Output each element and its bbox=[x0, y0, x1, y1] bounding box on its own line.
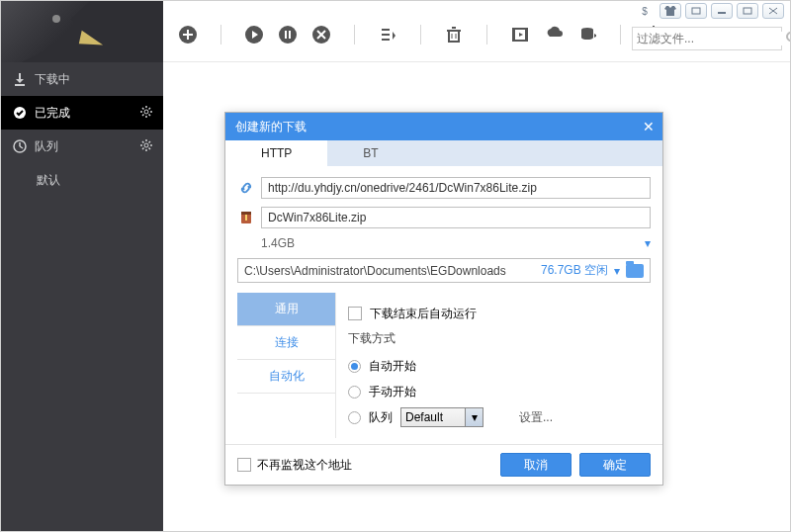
svg-line-53 bbox=[149, 114, 151, 116]
pause-icon[interactable] bbox=[277, 24, 299, 45]
svg-line-55 bbox=[149, 108, 151, 110]
svg-rect-70 bbox=[245, 215, 247, 221]
filter-box[interactable] bbox=[632, 27, 782, 50]
priority-icon[interactable] bbox=[377, 24, 398, 45]
svg-point-47 bbox=[144, 110, 148, 114]
sidebar-item-label: 下载中 bbox=[35, 71, 70, 88]
tab-bt[interactable]: BT bbox=[327, 140, 413, 166]
dialog-title-bar[interactable]: 创建新的下载 ✕ bbox=[225, 113, 662, 140]
queue-select-value: Default bbox=[405, 410, 443, 424]
cloud-download-icon[interactable] bbox=[543, 24, 565, 45]
play-icon[interactable] bbox=[243, 24, 265, 45]
sidebar-item-label: 默认 bbox=[37, 172, 60, 189]
window-controls: $ bbox=[628, 1, 790, 21]
svg-rect-2 bbox=[744, 8, 751, 14]
save-path-row: C:\Users\Administrator\Documents\EGDownl… bbox=[237, 258, 651, 283]
svg-line-52 bbox=[142, 108, 144, 110]
chevron-down-icon[interactable]: ▾ bbox=[645, 236, 651, 250]
opt-tab-automation[interactable]: 自动化 bbox=[237, 360, 335, 394]
donate-icon[interactable]: $ bbox=[634, 3, 656, 19]
maximize-icon[interactable] bbox=[737, 3, 758, 19]
no-monitor-label: 不再监视这个地址 bbox=[257, 457, 352, 474]
svg-line-65 bbox=[149, 147, 151, 149]
opt-tab-general[interactable]: 通用 bbox=[237, 293, 335, 326]
queue-select[interactable]: Default ▾ bbox=[400, 407, 483, 427]
autorun-checkbox[interactable] bbox=[348, 307, 362, 320]
tab-http[interactable]: HTTP bbox=[225, 140, 327, 166]
close-icon[interactable]: ✕ bbox=[643, 119, 655, 134]
svg-rect-69 bbox=[241, 212, 251, 215]
gear-icon[interactable] bbox=[139, 138, 153, 155]
radio-label: 手动开始 bbox=[369, 384, 416, 400]
queue-settings-link[interactable]: 设置... bbox=[519, 409, 553, 426]
add-icon[interactable] bbox=[177, 24, 199, 45]
search-icon[interactable] bbox=[785, 31, 791, 47]
dialog-footer: 不再监视这个地址 取消 确定 bbox=[225, 444, 662, 485]
save-path: C:\Users\Administrator\Documents\EGDownl… bbox=[244, 264, 535, 278]
stop-icon[interactable] bbox=[310, 24, 332, 45]
cancel-button[interactable]: 取消 bbox=[500, 453, 571, 477]
radio-label: 自动开始 bbox=[369, 358, 416, 375]
svg-point-59 bbox=[144, 143, 148, 147]
svg-line-64 bbox=[142, 141, 144, 143]
archive-icon bbox=[237, 209, 255, 226]
svg-marker-31 bbox=[594, 34, 596, 38]
dialog-title: 创建新的下载 bbox=[235, 119, 307, 135]
app-logo bbox=[1, 1, 163, 62]
database-icon[interactable] bbox=[576, 24, 598, 45]
finished-icon bbox=[13, 106, 27, 120]
folder-icon[interactable] bbox=[626, 264, 644, 278]
close-window-icon[interactable] bbox=[762, 3, 784, 19]
svg-marker-44 bbox=[16, 79, 24, 83]
svg-rect-12 bbox=[289, 31, 291, 39]
svg-rect-27 bbox=[525, 29, 527, 41]
minimize-icon[interactable] bbox=[711, 3, 733, 19]
autorun-label: 下载结束后自动运行 bbox=[370, 306, 477, 322]
svg-point-41 bbox=[787, 33, 791, 41]
radio-manual-start[interactable] bbox=[348, 386, 361, 399]
radio-auto-start[interactable] bbox=[348, 360, 361, 373]
ok-button[interactable]: 确定 bbox=[579, 453, 651, 477]
sidebar-item-label: 队列 bbox=[35, 138, 58, 155]
top-area: $ bbox=[1, 1, 790, 62]
svg-rect-26 bbox=[513, 29, 515, 41]
sidebar-item-default[interactable]: 默认 bbox=[1, 163, 163, 197]
filename-input[interactable] bbox=[261, 207, 651, 228]
sidebar-item-downloading[interactable]: 下载中 bbox=[1, 62, 163, 96]
svg-line-58 bbox=[20, 146, 23, 148]
svg-line-66 bbox=[142, 147, 144, 149]
queue-icon bbox=[13, 139, 27, 153]
skin-icon[interactable] bbox=[659, 3, 681, 19]
new-download-dialog: 创建新的下载 ✕ HTTP BT 1.4GB ▾ bbox=[224, 112, 663, 486]
downloading-icon bbox=[13, 72, 27, 86]
dialog-tabs: HTTP BT bbox=[225, 140, 662, 167]
svg-line-67 bbox=[149, 141, 151, 143]
url-input[interactable] bbox=[261, 177, 651, 199]
gear-icon[interactable] bbox=[139, 105, 153, 122]
delete-icon[interactable] bbox=[443, 24, 465, 45]
svg-rect-20 bbox=[449, 31, 459, 42]
radio-label: 队列 bbox=[369, 409, 393, 426]
no-monitor-checkbox[interactable] bbox=[237, 458, 251, 472]
restore-icon[interactable] bbox=[685, 3, 707, 19]
chevron-down-icon[interactable]: ▾ bbox=[465, 408, 483, 426]
download-mode-header: 下载方式 bbox=[348, 330, 639, 347]
svg-rect-11 bbox=[285, 31, 287, 39]
sidebar-item-queue[interactable]: 队列 bbox=[1, 130, 163, 163]
toolbar: $ bbox=[163, 1, 790, 62]
sidebar-item-label: 已完成 bbox=[35, 105, 70, 122]
svg-marker-28 bbox=[519, 33, 523, 37]
svg-point-10 bbox=[279, 26, 297, 44]
filter-input[interactable] bbox=[637, 32, 785, 45]
opt-tab-connection[interactable]: 连接 bbox=[237, 326, 335, 360]
options-content: 下载结束后自动运行 下载方式 自动开始 手动开始 bbox=[336, 293, 651, 438]
video-icon[interactable] bbox=[509, 24, 531, 45]
svg-marker-19 bbox=[393, 32, 396, 40]
svg-line-54 bbox=[142, 114, 144, 116]
chevron-down-icon[interactable]: ▾ bbox=[614, 264, 620, 278]
sidebar-item-finished[interactable]: 已完成 bbox=[1, 96, 163, 130]
content-area: 创建新的下载 ✕ HTTP BT 1.4GB ▾ bbox=[163, 62, 790, 531]
radio-queue[interactable] bbox=[348, 411, 361, 424]
free-space: 76.7GB 空闲 bbox=[541, 262, 608, 279]
options-sidebar: 通用 连接 自动化 bbox=[237, 293, 336, 438]
